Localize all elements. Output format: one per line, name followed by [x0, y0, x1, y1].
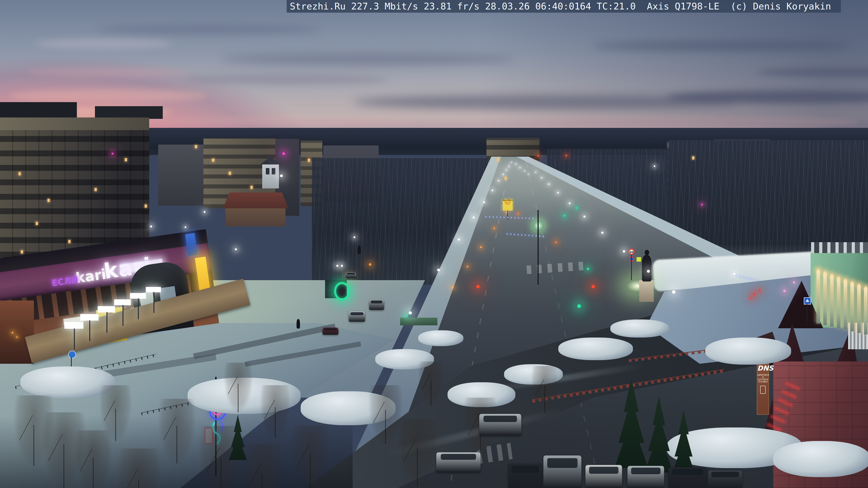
street-light: [576, 207, 577, 209]
car-glass: [324, 328, 337, 330]
lit-window: [692, 156, 694, 160]
pine-tree: [614, 378, 648, 468]
street-light: [793, 281, 795, 284]
lit-window: [504, 177, 507, 180]
lit-window: [212, 159, 214, 162]
parked-car: [668, 467, 707, 488]
decor-layer: [0, 0, 868, 488]
street-light: [473, 217, 475, 219]
street-light: [555, 241, 557, 243]
lit-window: [497, 158, 500, 161]
osd-overlay-bar: Strezhi.Ru 227.3 Mbit/s 23.81 fr/s 28.03…: [287, 0, 841, 13]
street-light: [548, 184, 550, 185]
parked-car: [322, 328, 338, 335]
car-glass: [547, 458, 578, 468]
street-light: [493, 228, 495, 229]
pine-tree: [645, 396, 673, 473]
car-glass: [441, 454, 476, 460]
street-light: [353, 236, 355, 238]
parked-car: [369, 300, 384, 310]
tree: [99, 385, 132, 441]
street-light: [750, 297, 752, 299]
building-column: [864, 288, 868, 335]
street-light: [524, 170, 525, 171]
car-glass: [512, 466, 539, 473]
street-light: [503, 174, 504, 175]
parked-car: [436, 452, 480, 472]
street-light: [733, 273, 735, 275]
lit-window: [19, 172, 21, 175]
column-lamp: [844, 279, 846, 281]
street-light: [452, 287, 454, 289]
parked-car: [349, 311, 365, 322]
building-column: [830, 275, 834, 327]
street-light: [112, 153, 114, 155]
building-column: [857, 285, 861, 333]
street-light: [409, 311, 412, 315]
triple-globe-lamp: [80, 314, 98, 321]
column-lamp: [831, 274, 833, 276]
lit-window: [250, 186, 253, 189]
column-lamp: [824, 271, 826, 273]
street-light: [282, 152, 285, 155]
tree: [291, 426, 329, 488]
street-light: [508, 166, 509, 167]
street-light: [506, 212, 507, 213]
lit-window: [21, 250, 23, 254]
lit-window: [145, 204, 147, 207]
tree: [260, 385, 290, 438]
car-glass: [347, 273, 355, 274]
street-light: [672, 290, 675, 294]
building-column: [837, 278, 840, 328]
lit-window: [229, 172, 231, 175]
parked-car: [544, 455, 581, 488]
snow-pile: [773, 441, 868, 477]
street-light: [623, 250, 625, 253]
tree: [531, 366, 558, 413]
street-light: [467, 266, 468, 267]
street-light: [12, 332, 13, 333]
tree: [418, 361, 444, 405]
street-light: [506, 169, 507, 170]
street-light: [601, 232, 603, 234]
street-light: [563, 215, 565, 217]
street-light: [654, 165, 655, 167]
building-column: [850, 283, 854, 331]
lit-window: [125, 158, 127, 161]
snow-pile: [418, 330, 463, 346]
street-light: [498, 180, 499, 182]
street-light: [235, 248, 237, 250]
street-light: [341, 265, 343, 267]
street-light: [541, 177, 542, 178]
column-lamp: [858, 284, 860, 286]
column-lamp: [817, 269, 819, 271]
building-column: [844, 280, 847, 330]
street-light: [150, 225, 152, 228]
building-column: [823, 273, 827, 325]
street-light: [369, 263, 371, 266]
parked-car: [346, 272, 356, 278]
street-light: [204, 211, 206, 213]
lit-window: [308, 159, 310, 162]
tree: [158, 399, 195, 463]
triple-globe-lamp: [146, 287, 161, 292]
triple-globe-lamp: [114, 299, 131, 305]
triple-globe-lamp: [64, 322, 84, 329]
tree: [118, 449, 160, 488]
lit-window: [68, 240, 70, 243]
lit-window: [48, 199, 50, 202]
snow-pile: [705, 337, 791, 365]
lit-window: [36, 222, 38, 225]
triple-globe-lamp: [98, 306, 115, 313]
parked-car: [479, 414, 521, 435]
street-light: [185, 226, 186, 228]
street-light: [569, 202, 570, 204]
column-lamp: [837, 276, 840, 279]
car-glass: [350, 312, 364, 315]
column-lamp: [851, 281, 853, 284]
street-light: [458, 238, 460, 240]
parked-car: [585, 465, 622, 488]
street-light: [437, 269, 440, 271]
lit-window: [195, 145, 197, 148]
street-light: [587, 268, 589, 270]
